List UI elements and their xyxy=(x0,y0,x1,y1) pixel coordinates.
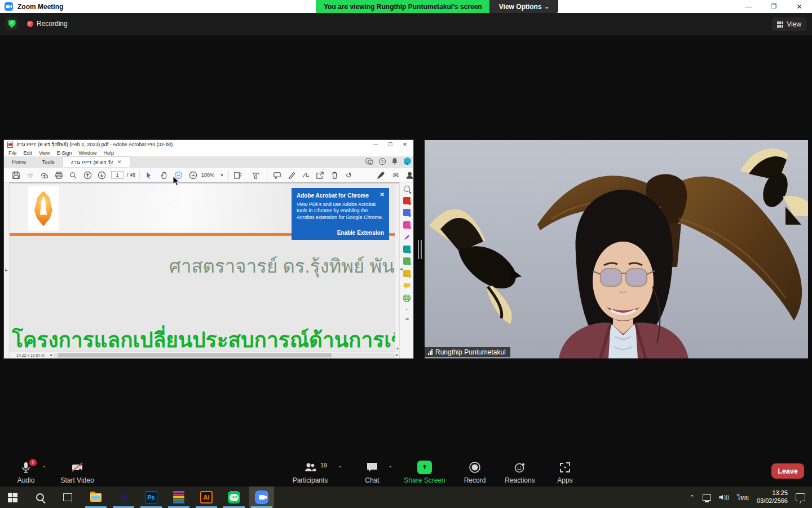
page-size-label: 14.22 x 10.67 in xyxy=(16,353,45,357)
participant-video[interactable]: Rungthip Puntumetakul xyxy=(425,140,808,358)
language-indicator[interactable]: ไทย xyxy=(737,492,749,503)
restore-button[interactable]: ❐ xyxy=(761,0,787,13)
menu-view[interactable]: View xyxy=(39,150,50,156)
zoom-level-select[interactable]: 100% xyxy=(201,172,214,178)
security-shield-icon[interactable] xyxy=(6,17,18,30)
delete-icon[interactable] xyxy=(330,170,339,180)
email-icon[interactable]: ✉ xyxy=(391,170,400,180)
apps-button[interactable]: Apps xyxy=(541,461,589,484)
tab-document[interactable]: งาน PPT (ศ ดร รุ้งทิพ...✕ xyxy=(63,156,130,167)
scroll-left-icon[interactable]: ◄ xyxy=(49,353,52,357)
system-tray: ⌃ ))) ไทย 13:25 03/02/2566 xyxy=(690,487,812,508)
scroll-right-icon[interactable]: ► xyxy=(395,353,399,357)
account-avatar[interactable] xyxy=(404,157,411,165)
highlight-pen-icon[interactable] xyxy=(287,170,297,180)
photoshop-icon[interactable]: Ps xyxy=(139,487,164,508)
firefox-icon[interactable] xyxy=(111,487,136,508)
task-view-button[interactable] xyxy=(55,487,80,508)
find-icon[interactable] xyxy=(68,170,78,180)
chat-button[interactable]: Chat xyxy=(348,461,396,484)
acrobat-close-button[interactable]: ✕ xyxy=(398,140,412,149)
print-production-icon[interactable] xyxy=(403,294,411,301)
reactions-button[interactable]: Reactions xyxy=(496,461,544,484)
horizontal-scrollbar[interactable] xyxy=(54,353,395,358)
acrobat-titlebar: งาน PPT (ศ ดร รุ้งทิพย์) (Feb.2, 2023).p… xyxy=(4,140,413,149)
leave-button[interactable]: Leave xyxy=(771,463,804,479)
edit-pdf-icon[interactable] xyxy=(403,221,411,229)
previous-page-icon[interactable] xyxy=(83,170,92,180)
view-options-button[interactable]: View Options⌄ xyxy=(489,0,558,13)
action-center-icon[interactable] xyxy=(796,493,805,501)
menu-file[interactable]: File xyxy=(8,150,17,156)
acrobat-minimize-button[interactable]: — xyxy=(368,140,383,149)
network-icon[interactable] xyxy=(703,494,711,501)
undo-icon[interactable]: ↺ xyxy=(344,170,354,180)
zoom-taskbar-icon[interactable] xyxy=(249,487,274,508)
sign-icon[interactable] xyxy=(301,170,311,180)
menu-help[interactable]: Help xyxy=(103,150,114,156)
audio-button[interactable]: ! Audio xyxy=(2,461,50,484)
export-pdf-icon[interactable] xyxy=(403,209,411,216)
tray-expand-chevron[interactable]: ⌃ xyxy=(690,494,695,501)
line-icon[interactable]: LINE xyxy=(222,487,246,508)
organize-pages-icon[interactable] xyxy=(403,270,411,277)
winrar-icon[interactable] xyxy=(166,487,191,508)
export-icon[interactable] xyxy=(315,170,325,180)
print-icon[interactable] xyxy=(54,170,64,180)
illustrator-icon[interactable]: Ai xyxy=(194,487,219,508)
menu-window[interactable]: Window xyxy=(78,150,96,156)
fill-sign-tool-icon[interactable] xyxy=(403,233,411,240)
combine-files-icon[interactable] xyxy=(403,257,411,265)
help-icon[interactable]: ? xyxy=(379,158,386,165)
comment-icon[interactable] xyxy=(272,170,282,180)
minimize-button[interactable]: — xyxy=(736,0,761,13)
menu-esign[interactable]: E-Sign xyxy=(56,150,72,156)
hand-tool-icon[interactable] xyxy=(160,170,169,180)
share-screen-button[interactable]: Share Screen xyxy=(401,461,448,484)
file-explorer-icon[interactable] xyxy=(83,487,108,508)
enable-extension-link[interactable]: Enable Extension xyxy=(337,230,384,236)
share-file-icon[interactable] xyxy=(39,170,49,180)
record-button[interactable]: Record xyxy=(451,461,498,484)
tab-close-icon[interactable]: ✕ xyxy=(117,159,122,165)
star-icon[interactable]: ☆ xyxy=(25,170,35,180)
create-pdf-icon[interactable] xyxy=(403,197,411,204)
collapse-panel-icon[interactable]: ⇥ xyxy=(404,316,409,322)
participants-chevron[interactable]: ⌃ xyxy=(338,465,342,471)
notification-bell-icon[interactable] xyxy=(391,157,398,165)
start-button[interactable] xyxy=(0,487,25,508)
left-panel-strip[interactable]: ► xyxy=(4,182,10,358)
select-tool-icon[interactable] xyxy=(144,170,153,180)
chat-chevron[interactable]: ⌃ xyxy=(388,465,392,471)
fill-sign-icon[interactable] xyxy=(376,170,386,180)
save-icon[interactable] xyxy=(11,170,21,180)
acrobat-maximize-button[interactable]: ☐ xyxy=(383,140,398,149)
more-tools-icon[interactable]: ⌄ xyxy=(405,306,409,311)
close-button[interactable]: ✕ xyxy=(787,0,812,13)
profile-icon[interactable] xyxy=(405,170,414,180)
screen-share-banner: You are viewing Rungthip Puntumetakul's … xyxy=(316,0,490,13)
view-layout-button[interactable]: View xyxy=(772,17,806,31)
share-screen-icon[interactable] xyxy=(365,158,373,165)
popup-close-icon[interactable]: ✕ xyxy=(380,191,385,198)
next-page-icon[interactable] xyxy=(97,170,107,180)
audio-options-chevron[interactable]: ⌃ xyxy=(42,465,46,471)
search-tools-icon[interactable] xyxy=(404,186,410,192)
volume-icon[interactable]: ))) xyxy=(719,494,729,500)
comment-tool-icon[interactable] xyxy=(403,282,411,289)
protect-pdf-icon[interactable] xyxy=(403,246,411,253)
participants-button[interactable]: 19 Participants xyxy=(286,461,334,484)
fit-page-icon[interactable] xyxy=(251,170,261,180)
taskbar-clock[interactable]: 13:25 03/02/2566 xyxy=(757,489,788,505)
zoom-dropdown-icon[interactable]: ▾ xyxy=(217,170,227,180)
pane-resize-handle[interactable] xyxy=(418,240,422,259)
tab-tools[interactable]: Tools xyxy=(34,156,62,167)
fit-width-icon[interactable] xyxy=(233,170,242,180)
page-number-input[interactable]: 1 xyxy=(111,171,123,179)
start-video-button[interactable]: Start Video xyxy=(54,461,101,484)
menu-edit[interactable]: Edit xyxy=(24,150,33,156)
zoom-in-icon[interactable] xyxy=(188,170,198,180)
taskbar-search-button[interactable] xyxy=(28,487,52,508)
tab-home[interactable]: Home xyxy=(4,156,34,167)
vertical-scrollbar[interactable]: ▼ xyxy=(395,183,399,352)
